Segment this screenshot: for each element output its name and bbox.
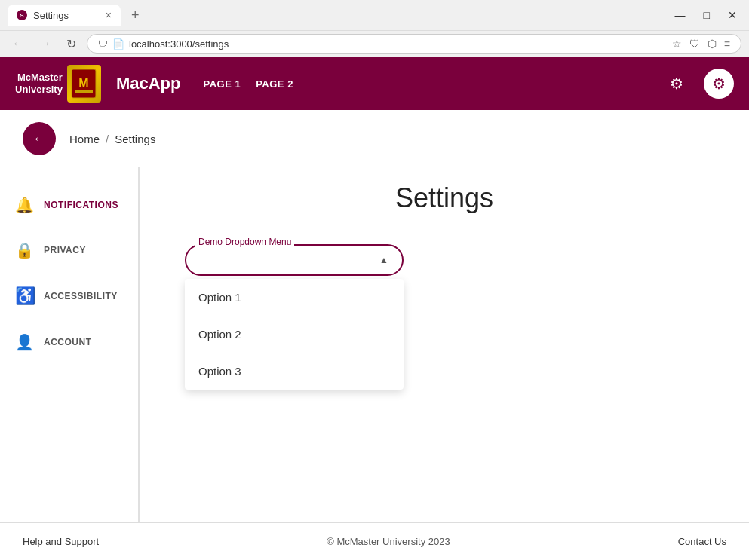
refresh-button[interactable]: ↻ [62,35,81,53]
mcmaster-crest: M [67,65,101,103]
sidebar-notifications-label: NOTIFICATIONS [44,200,118,210]
dropdown-menu: Option 1 Option 2 Option 3 [185,279,404,390]
dropdown-trigger[interactable]: ▲ [185,244,404,276]
breadcrumb-current: Settings [115,133,155,145]
address-bar: ← → ↻ 🛡 📄 localhost:3000/settings ☆ 🛡 ⬡ … [0,30,749,57]
breadcrumb-bar: ← Home / Settings [0,110,749,167]
page-icon: 📄 [112,38,124,50]
footer-copyright: © McMaster University 2023 [327,536,450,547]
dropdown-option-1[interactable]: Option 1 [185,279,404,316]
svg-rect-2 [75,90,93,93]
nav-page1[interactable]: PAGE 1 [203,78,241,90]
sidebar-item-privacy[interactable]: 🔒 PRIVACY [0,228,138,273]
browser-chrome: S Settings × + — □ ✕ ← → ↻ 🛡 📄 localhost… [0,0,749,57]
mcmaster-logo: McMaster University M [15,65,101,103]
extensions-icon[interactable]: ⬡ [708,38,717,50]
shield-check-icon[interactable]: 🛡 [689,38,700,50]
svg-text:M: M [79,77,89,90]
dropdown-arrow-icon: ▲ [379,255,388,265]
address-icon-group: ☆ 🛡 ⬡ ≡ [672,38,730,50]
content-area: Settings Demo Dropdown Menu ▲ Option 1 O… [140,167,749,542]
sidebar: 🔔 NOTIFICATIONS 🔒 PRIVACY ♿ ACCESSIBILIT… [0,167,140,542]
privacy-icon: 🔒 [15,241,33,259]
account-gear-icon: ⚙ [712,75,726,93]
back-arrow-icon: ← [32,131,46,147]
minimize-button[interactable]: — [671,8,690,23]
dropdown-wrapper: Demo Dropdown Menu ▲ Option 1 Option 2 O… [185,244,404,276]
bookmark-icon[interactable]: ☆ [672,38,682,50]
sidebar-privacy-label: PRIVACY [44,245,86,256]
dropdown-label: Demo Dropdown Menu [195,237,294,247]
account-icon-button[interactable]: ⚙ [704,69,734,99]
sidebar-item-accessibility[interactable]: ♿ ACCESSIBILITY [0,273,138,320]
dropdown-option-2[interactable]: Option 2 [185,316,404,353]
accessibility-icon: ♿ [15,286,33,306]
back-button[interactable]: ← [23,122,56,155]
contact-us-link[interactable]: Contact Us [678,536,726,547]
app-name: MacApp [116,74,181,93]
sidebar-item-account[interactable]: 👤 ACCOUNT [0,320,138,365]
breadcrumb-separator: / [106,133,109,145]
security-icon: 🛡 [98,38,108,50]
help-support-link[interactable]: Help and Support [23,536,99,547]
window-controls: — □ ✕ [671,8,741,23]
breadcrumb-home[interactable]: Home [69,133,100,145]
browser-tab[interactable]: S Settings × [8,5,121,26]
url-text: localhost:3000/settings [129,38,229,50]
notifications-icon: 🔔 [15,196,33,214]
sidebar-item-notifications[interactable]: 🔔 NOTIFICATIONS [0,182,138,228]
page-content: ← Home / Settings 🔔 NOTIFICATIONS 🔒 PRIV… [0,110,749,542]
tab-favicon: S [17,10,27,20]
sidebar-accessibility-label: ACCESSIBILITY [44,291,118,301]
title-bar: S Settings × + — □ ✕ [0,0,749,30]
header-icons: ⚙ ⚙ [662,69,734,99]
close-window-button[interactable]: ✕ [723,8,741,23]
settings-icon-button[interactable]: ⚙ [662,69,692,99]
main-layout: 🔔 NOTIFICATIONS 🔒 PRIVACY ♿ ACCESSIBILIT… [0,167,749,542]
tab-close-button[interactable]: × [106,9,112,21]
bell-settings-icon: ⚙ [670,75,683,93]
back-nav-button[interactable]: ← [8,35,29,52]
nav-page2[interactable]: PAGE 2 [256,78,293,90]
address-field[interactable]: 🛡 📄 localhost:3000/settings ☆ 🛡 ⬡ ≡ [87,34,741,54]
menu-icon[interactable]: ≡ [724,38,730,50]
account-icon: 👤 [15,333,33,351]
breadcrumb: Home / Settings [69,133,155,145]
logo-text: McMaster University [15,72,63,95]
nav-links: PAGE 1 PAGE 2 [203,78,293,90]
forward-nav-button[interactable]: → [35,35,56,52]
new-tab-button[interactable]: + [127,6,144,25]
sidebar-account-label: ACCOUNT [44,337,92,347]
page-title: Settings [170,182,719,214]
dropdown-option-3[interactable]: Option 3 [185,353,404,390]
tab-title: Settings [33,10,69,21]
footer: Help and Support © McMaster University 2… [0,522,749,560]
app-header: McMaster University M MacApp PAGE 1 PAGE… [0,57,749,110]
maximize-button[interactable]: □ [699,8,714,23]
